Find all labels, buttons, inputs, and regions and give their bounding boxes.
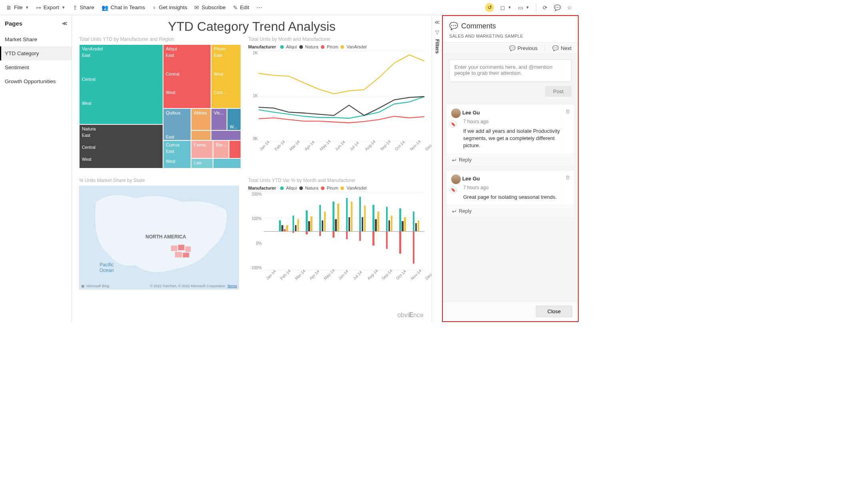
- bar-aliqui[interactable]: [279, 220, 281, 231]
- map-visual[interactable]: % Units Market Share by State NORTH AMER…: [79, 178, 241, 298]
- bar-vanarsdel[interactable]: [404, 217, 406, 231]
- treemap-cell[interactable]: Bar...: [213, 140, 229, 158]
- bar-aliqui[interactable]: [399, 208, 401, 231]
- bar-natura[interactable]: [322, 220, 324, 231]
- bar-pirum[interactable]: [359, 231, 361, 241]
- treemap-cell[interactable]: CurrusEastWest: [163, 140, 191, 168]
- line-series-pirum[interactable]: [259, 116, 424, 123]
- collapse-sidebar-button[interactable]: ≪: [62, 20, 68, 26]
- view-menu[interactable]: ▭ ▼: [518, 4, 530, 11]
- bar-pirum[interactable]: [319, 231, 321, 236]
- file-menu[interactable]: 🗎 File ▼: [6, 4, 29, 11]
- export-menu[interactable]: ↦ Export ▼: [36, 4, 66, 11]
- treemap-cell[interactable]: PirumEastWestCent...: [211, 44, 241, 108]
- treemap-cell[interactable]: [211, 130, 241, 140]
- bar-natura[interactable]: [308, 221, 310, 231]
- treemap-cell[interactable]: Vic...: [211, 108, 227, 130]
- line-series-vanarsdel[interactable]: [259, 55, 424, 94]
- bar-vanarsdel[interactable]: [391, 216, 393, 231]
- expand-filters-icon[interactable]: ≪: [434, 19, 440, 25]
- bar-pirum[interactable]: [372, 231, 374, 246]
- share-button[interactable]: ⇪ Share: [73, 4, 94, 11]
- page-item-sentiment[interactable]: Sentiment: [0, 60, 72, 74]
- bar-aliqui[interactable]: [332, 202, 334, 231]
- bookmark-icon[interactable]: 🔖: [450, 120, 457, 128]
- bar-pirum[interactable]: [413, 231, 415, 264]
- comment-input[interactable]: Enter your comments here, and @mention p…: [449, 60, 571, 82]
- treemap-cell[interactable]: VanArsdelEastCentralWest: [79, 44, 163, 124]
- bar-natura[interactable]: [402, 221, 404, 231]
- bar-natura[interactable]: [388, 220, 390, 231]
- treemap-cell[interactable]: QuibusEast: [163, 108, 191, 140]
- bar-natura[interactable]: [335, 219, 337, 231]
- reply-button[interactable]: ↩Reply: [446, 154, 574, 166]
- treemap-cell[interactable]: Fama: [191, 140, 213, 158]
- bar-vanarsdel[interactable]: [286, 225, 288, 231]
- page-item-market-share[interactable]: Market Share: [0, 32, 72, 46]
- bar-vanarsdel[interactable]: [364, 206, 366, 231]
- comments-toggle[interactable]: 💬: [554, 4, 561, 11]
- delete-comment-button[interactable]: 🗑: [565, 108, 570, 114]
- bar-natura[interactable]: [375, 219, 377, 231]
- bar-aliqui[interactable]: [413, 212, 415, 231]
- bar-natura[interactable]: [415, 223, 417, 231]
- bar-vanarsdel[interactable]: [324, 212, 326, 231]
- bar-chart-visual[interactable]: Total Units YTD Var % by Month and Manuf…: [248, 178, 424, 298]
- bar-vanarsdel[interactable]: [311, 216, 313, 231]
- bar-aliqui[interactable]: [372, 205, 374, 231]
- edit-button[interactable]: ✎ Edit: [233, 4, 249, 11]
- bar-vanarsdel[interactable]: [337, 204, 339, 231]
- bar-aliqui[interactable]: [359, 197, 361, 231]
- bar-aliqui[interactable]: [346, 198, 348, 231]
- get-insights-button[interactable]: ♀ Get insights: [152, 4, 187, 11]
- treemap-cell[interactable]: W...: [227, 108, 241, 130]
- bar-natura[interactable]: [348, 217, 350, 231]
- reset-button[interactable]: ↺: [485, 3, 494, 12]
- map-terms-link[interactable]: Terms: [227, 284, 237, 288]
- bar-pirum[interactable]: [386, 231, 388, 249]
- bar-vanarsdel[interactable]: [297, 219, 299, 231]
- subscribe-button[interactable]: ✉ Subscribe: [194, 4, 225, 11]
- treemap-cell[interactable]: [229, 140, 241, 158]
- bar-vanarsdel[interactable]: [351, 202, 353, 231]
- bar-vanarsdel[interactable]: [418, 220, 420, 231]
- comments-prev-button[interactable]: 💬 Previous: [509, 45, 538, 51]
- chat-teams-button[interactable]: 👥 Chat in Teams: [102, 4, 145, 11]
- bar-pirum[interactable]: [399, 231, 401, 254]
- favorite-button[interactable]: ☆: [567, 4, 572, 11]
- bar-pirum[interactable]: [284, 229, 286, 231]
- bar-pirum[interactable]: [332, 231, 334, 238]
- treemap-cell[interactable]: [191, 130, 211, 140]
- bar-natura[interactable]: [362, 217, 364, 231]
- bar-aliqui[interactable]: [319, 205, 321, 231]
- bar-natura[interactable]: [281, 225, 283, 231]
- line-series-aliqui[interactable]: [259, 97, 424, 118]
- filters-pane-collapsed[interactable]: ≪ ▽ Filters: [432, 15, 443, 322]
- bookmark-icon[interactable]: 🔖: [450, 186, 457, 194]
- page-item-ytd-category[interactable]: YTD Category: [0, 46, 72, 60]
- treemap-cell[interactable]: AliquiEastCentralWest: [163, 44, 211, 108]
- close-comments-button[interactable]: Close: [536, 306, 572, 317]
- line-series-natura[interactable]: [259, 97, 424, 116]
- treemap-cell[interactable]: Leo: [191, 158, 213, 168]
- bookmark-menu[interactable]: ◻ ▼: [500, 4, 512, 11]
- bar-pirum[interactable]: [306, 231, 308, 234]
- bar-vanarsdel[interactable]: [377, 212, 379, 231]
- comments-next-button[interactable]: 💬 Next: [552, 45, 571, 51]
- page-item-growth-opportunities[interactable]: Growth Opportunities: [0, 74, 72, 88]
- bar-pirum[interactable]: [293, 231, 295, 233]
- reply-button[interactable]: ↩Reply: [446, 205, 574, 218]
- post-comment-button[interactable]: Post: [545, 86, 571, 97]
- bar-pirum[interactable]: [346, 231, 348, 239]
- treemap-visual[interactable]: Total Units YTD by Manufacturer and Regi…: [79, 36, 241, 170]
- delete-comment-button[interactable]: 🗑: [565, 174, 570, 180]
- treemap-cell[interactable]: Abbas: [191, 108, 211, 130]
- bar-aliqui[interactable]: [386, 207, 388, 231]
- refresh-button[interactable]: ⟳: [543, 4, 547, 11]
- more-menu[interactable]: ⋯: [257, 4, 262, 11]
- line-chart-visual[interactable]: Total Units by Month and Manufacturer Ma…: [248, 36, 424, 170]
- bar-natura[interactable]: [295, 225, 297, 231]
- bar-aliqui[interactable]: [306, 210, 308, 231]
- bar-aliqui[interactable]: [293, 216, 295, 231]
- treemap-cell[interactable]: [213, 158, 241, 168]
